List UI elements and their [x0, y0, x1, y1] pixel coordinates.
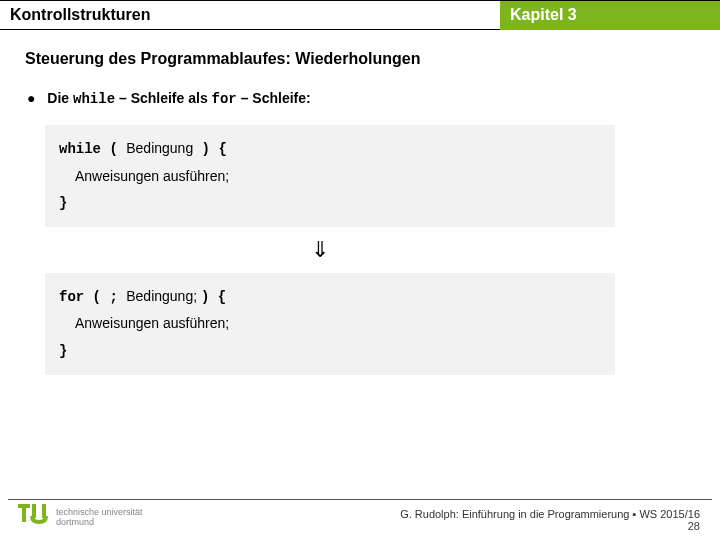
code-line: }	[59, 189, 601, 217]
svg-rect-3	[42, 504, 46, 518]
slide-header: Kontrollstrukturen Kapitel 3	[0, 0, 720, 30]
code-box-while: while ( Bedingung ) { Anweisungen ausfüh…	[45, 125, 615, 227]
code-kw: for ( ;	[59, 289, 126, 305]
code-brace: }	[59, 195, 67, 211]
credit-text: G. Rudolph: Einführung in die Programmie…	[400, 508, 700, 520]
keyword-for: for	[212, 91, 237, 107]
tu-logo-icon	[18, 504, 50, 532]
svg-rect-2	[32, 504, 36, 518]
page-number: 28	[400, 520, 700, 532]
code-line: Anweisungen ausführen;	[59, 310, 601, 337]
bullet-text-mid1: – Schleife als	[115, 90, 212, 106]
bullet-text-pre: Die	[47, 90, 73, 106]
slide-footer: technische universität dortmund G. Rudol…	[8, 499, 712, 532]
code-box-for: for ( ; Bedingung; ) { Anweisungen ausfü…	[45, 273, 615, 375]
code-line: while ( Bedingung ) {	[59, 135, 601, 163]
header-chapter: Kapitel 3	[500, 1, 720, 30]
code-brace: }	[59, 343, 67, 359]
bullet-item: ● Die while – Schleife als for – Schleif…	[25, 90, 695, 107]
code-cond: Bedingung;	[126, 288, 201, 304]
code-line: }	[59, 337, 601, 365]
subtitle: Steuerung des Programmablaufes: Wiederho…	[25, 50, 695, 68]
svg-rect-1	[22, 504, 26, 522]
keyword-while: while	[73, 91, 115, 107]
down-arrow-icon: ⇓	[25, 237, 695, 263]
header-topic: Kontrollstrukturen	[0, 1, 500, 30]
code-brace: ) {	[193, 141, 227, 157]
code-body: Anweisungen ausführen;	[75, 168, 229, 184]
bullet-text-mid2: – Schleife:	[237, 90, 311, 106]
university-logo: technische universität dortmund	[18, 504, 143, 532]
code-line: for ( ; Bedingung; ) {	[59, 283, 601, 311]
slide-content: Steuerung des Programmablaufes: Wiederho…	[0, 30, 720, 375]
code-cond: Bedingung	[126, 140, 193, 156]
code-kw: while (	[59, 141, 126, 157]
bullet-dot: ●	[27, 90, 35, 106]
footer-credit: G. Rudolph: Einführung in die Programmie…	[400, 508, 700, 532]
uni-line2: dortmund	[56, 518, 143, 528]
code-brace: ) {	[201, 289, 226, 305]
code-body: Anweisungen ausführen;	[75, 315, 229, 331]
university-name: technische universität dortmund	[56, 508, 143, 528]
code-line: Anweisungen ausführen;	[59, 163, 601, 190]
